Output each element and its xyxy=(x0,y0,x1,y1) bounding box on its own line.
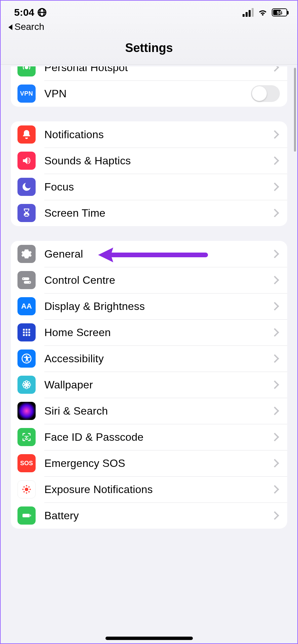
svg-point-23 xyxy=(22,489,24,490)
back-button[interactable]: ◀ Search xyxy=(1,21,297,35)
row-label: Accessibility xyxy=(44,353,272,365)
chevron-right-icon xyxy=(270,380,279,389)
row-control-centre[interactable]: Control Centre xyxy=(11,267,287,293)
vpn-toggle[interactable] xyxy=(251,85,280,102)
bell-icon xyxy=(17,125,36,144)
row-label: Control Centre xyxy=(44,274,272,286)
location-globe-icon xyxy=(38,8,46,17)
row-label: VPN xyxy=(44,88,251,100)
row-label: Exposure Notifications xyxy=(44,483,272,496)
sos-icon: SOS xyxy=(17,454,36,472)
svg-rect-2 xyxy=(28,329,30,330)
svg-point-24 xyxy=(30,489,31,490)
chevron-right-icon xyxy=(270,209,279,217)
chevron-right-icon xyxy=(270,302,279,310)
row-label: Display & Brightness xyxy=(44,300,272,313)
exposure-icon xyxy=(17,480,36,498)
back-label: Search xyxy=(14,21,44,32)
row-sounds[interactable]: Sounds & Haptics xyxy=(11,148,287,174)
row-wallpaper[interactable]: Wallpaper xyxy=(11,372,287,398)
toggles-icon xyxy=(17,271,36,289)
row-label: Emergency SOS xyxy=(44,457,272,470)
row-focus[interactable]: Focus xyxy=(11,174,287,200)
row-general[interactable]: General xyxy=(11,241,287,267)
accessibility-icon xyxy=(17,350,36,368)
row-display[interactable]: AA Display & Brightness xyxy=(11,293,287,319)
chevron-right-icon xyxy=(270,459,279,467)
hotspot-icon xyxy=(17,66,36,76)
settings-list[interactable]: Personal Hotspot VPN VPN Notifications S… xyxy=(1,66,297,643)
row-battery[interactable]: Battery xyxy=(11,502,287,529)
svg-rect-6 xyxy=(23,334,25,336)
group-connectivity: Personal Hotspot VPN VPN xyxy=(11,66,287,107)
chevron-right-icon xyxy=(270,354,279,363)
row-vpn[interactable]: VPN VPN xyxy=(11,80,287,107)
svg-point-21 xyxy=(26,485,27,486)
svg-rect-0 xyxy=(23,329,25,330)
face-id-icon xyxy=(17,428,36,446)
clock: 5:04 xyxy=(14,7,34,18)
hourglass-icon xyxy=(17,204,36,222)
svg-point-28 xyxy=(28,491,30,492)
row-label: Focus xyxy=(44,181,272,193)
row-personal-hotspot[interactable]: Personal Hotspot xyxy=(11,66,287,80)
row-face-id[interactable]: Face ID & Passcode xyxy=(11,424,287,450)
svg-point-22 xyxy=(26,492,27,494)
app-grid-icon xyxy=(17,323,36,341)
svg-point-10 xyxy=(26,356,27,357)
group-device: General Control Centre AA Display & Brig… xyxy=(11,241,287,529)
group-alerts: Notifications Sounds & Haptics Focus Scr… xyxy=(11,121,287,226)
back-triangle-icon: ◀ xyxy=(8,22,12,31)
svg-rect-30 xyxy=(30,515,31,516)
svg-point-25 xyxy=(24,486,25,488)
row-emergency-sos[interactable]: SOS Emergency SOS xyxy=(11,450,287,476)
flower-icon xyxy=(17,376,36,394)
chevron-right-icon xyxy=(270,407,279,415)
chevron-right-icon xyxy=(270,511,279,520)
row-label: Face ID & Passcode xyxy=(44,431,272,443)
chevron-right-icon xyxy=(270,66,279,72)
svg-rect-8 xyxy=(28,334,30,336)
row-screen-time[interactable]: Screen Time xyxy=(11,200,287,226)
row-accessibility[interactable]: Accessibility xyxy=(11,345,287,372)
text-size-icon: AA xyxy=(17,297,36,315)
svg-point-26 xyxy=(28,486,30,488)
row-label: Screen Time xyxy=(44,207,272,219)
chevron-right-icon xyxy=(270,433,279,441)
settings-screen: 5:04 55 ◀ Search Settings Personal Hotsp… xyxy=(1,1,297,643)
svg-rect-29 xyxy=(23,514,30,518)
row-notifications[interactable]: Notifications xyxy=(11,121,287,148)
chevron-right-icon xyxy=(270,156,279,165)
chevron-right-icon xyxy=(270,328,279,336)
svg-rect-5 xyxy=(28,331,30,333)
chevron-right-icon xyxy=(270,250,279,258)
battery-icon: 55 xyxy=(272,8,287,16)
moon-icon xyxy=(17,178,36,196)
scroll-indicator xyxy=(294,68,296,152)
chevron-right-icon xyxy=(270,276,279,284)
chevron-right-icon xyxy=(270,182,279,191)
row-label: Battery xyxy=(44,509,272,522)
row-siri[interactable]: Siri & Search xyxy=(11,398,287,424)
svg-rect-3 xyxy=(23,331,25,333)
row-home-screen[interactable]: Home Screen xyxy=(11,319,287,345)
row-label: Home Screen xyxy=(44,326,272,339)
speaker-icon xyxy=(17,152,36,170)
svg-point-20 xyxy=(25,488,29,491)
vpn-icon: VPN xyxy=(17,85,36,103)
wifi-icon xyxy=(258,9,268,16)
svg-rect-7 xyxy=(26,334,27,336)
gear-icon xyxy=(17,245,36,263)
siri-icon xyxy=(17,402,36,420)
row-label: Notifications xyxy=(44,128,272,141)
page-title: Settings xyxy=(1,35,297,65)
chevron-right-icon xyxy=(270,130,279,139)
svg-rect-1 xyxy=(26,329,27,330)
row-exposure[interactable]: Exposure Notifications xyxy=(11,476,287,502)
battery-row-icon xyxy=(17,506,36,525)
svg-rect-4 xyxy=(26,331,27,333)
home-indicator xyxy=(105,637,193,640)
svg-point-27 xyxy=(24,491,25,492)
row-label: Personal Hotspot xyxy=(44,66,272,74)
row-label: Siri & Search xyxy=(44,405,272,417)
